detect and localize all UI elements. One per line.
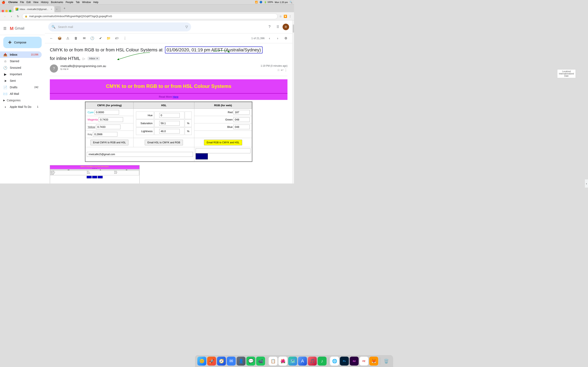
more-actions-button[interactable]: ⋮ (122, 35, 128, 42)
reload-button[interactable]: ↻ (16, 14, 20, 19)
more-options-button[interactable]: ⋮ (284, 68, 287, 72)
search-bar[interactable]: 🔍 Search mail ▽ (48, 22, 191, 31)
sidebar-item-sent[interactable]: ➤ Sent (0, 77, 42, 84)
email-buttons-row: Email CMYK to RGB and HSL Email HSL to C… (86, 138, 252, 147)
email-content: CMYK to or from RGB to or from HSL Colou… (45, 43, 292, 184)
saturation-input[interactable] (159, 121, 180, 125)
user-avatar[interactable]: R (283, 24, 289, 30)
menubar-app-name[interactable]: Chrome (8, 1, 17, 4)
email-scrollbar[interactable] (292, 20, 294, 184)
search-filter-icon[interactable]: ▽ (185, 25, 188, 29)
sidebar-item-snoozed[interactable]: 🕐 Snoozed (0, 64, 42, 71)
menubar-search[interactable]: 🔍 (290, 1, 292, 3)
hue-label: Hue (148, 114, 153, 117)
green-input[interactable] (233, 117, 250, 122)
gmail-sidebar-header: ☰ M Gmail (0, 22, 45, 35)
move-to-button[interactable]: 📁 (105, 35, 112, 42)
account-icon[interactable]: 🔽 (284, 15, 287, 18)
read-more-link[interactable]: Here (173, 95, 178, 98)
add-to-tasks-button[interactable]: ✔ (97, 35, 104, 42)
email-address-input[interactable] (87, 152, 193, 157)
menubar-help[interactable]: Help (93, 1, 98, 4)
red-input[interactable] (233, 110, 250, 115)
menubar-people[interactable]: People (66, 1, 73, 4)
mark-unread-button[interactable]: ✉ (81, 35, 87, 42)
inbox-tag[interactable]: Inbox ✕ (87, 57, 100, 60)
sidebar-item-inbox[interactable]: 📥 Inbox 10,096 (0, 51, 42, 58)
recipient-dropdown[interactable]: ▾ (67, 68, 68, 71)
read-more-bar: Read More Here (50, 93, 287, 100)
reply-button[interactable]: ↩ (281, 68, 283, 72)
tab-title-active: Inbox - rmetcalfe15@gmail... (20, 8, 49, 10)
back-to-inbox-button[interactable]: ← (48, 35, 55, 42)
menubar-window[interactable]: Window (82, 1, 91, 4)
menubar-bookmarks[interactable]: Bookmarks (51, 1, 63, 4)
drafts-label: Drafts (10, 86, 32, 89)
apple-menu[interactable]: 🍎 (2, 1, 5, 4)
important-icon: ▶ (3, 72, 7, 76)
menubar-file[interactable]: File (20, 1, 24, 4)
categories-section[interactable]: ▶ Categories (0, 97, 45, 104)
compose-button[interactable]: ✚ Compose (3, 37, 42, 48)
search-input[interactable]: Search mail (58, 25, 183, 29)
sender-to[interactable]: to me ▾ (61, 68, 261, 71)
forward-button[interactable]: › (9, 14, 14, 19)
hue-input[interactable] (159, 113, 180, 118)
snooze-button[interactable]: 🕐 (89, 35, 95, 42)
categories-chevron: ▶ (3, 99, 5, 102)
blue-input[interactable] (233, 125, 250, 129)
address-bar[interactable]: 🔒 mail.google.com/mail/u/0/#inbox/FMfcgx… (22, 13, 278, 19)
lightness-input[interactable] (159, 129, 180, 133)
gmail-logo: M Gmail (10, 26, 24, 31)
tab-close-2[interactable]: ✕ (56, 8, 58, 10)
archive-button[interactable]: 📦 (56, 35, 63, 42)
menubar-edit[interactable]: Edit (26, 1, 31, 4)
older-email-button[interactable]: ‹ (266, 35, 273, 42)
browser-tab-active[interactable]: Inbox - rmetcalfe15@gmail... ✕ (13, 6, 54, 12)
menubar-view[interactable]: View (33, 1, 38, 4)
email-subject-input[interactable] (196, 149, 251, 153)
newer-email-button[interactable]: › (274, 35, 281, 42)
maximize-button[interactable] (9, 10, 11, 12)
help-icon[interactable]: ? (266, 24, 273, 30)
close-button[interactable] (2, 10, 4, 12)
email-hsl-button[interactable]: Email HSL to CMYK and RGB (145, 140, 183, 145)
sidebar-item-apple-mail-todo[interactable]: ● Apple Mail To Do 1 (0, 104, 42, 110)
key-input[interactable] (93, 132, 117, 137)
magenta-input[interactable] (99, 117, 123, 122)
yellow-label: Yellow (87, 125, 95, 128)
star-email-button[interactable]: ☆ (277, 68, 280, 72)
tab-close-button[interactable]: ✕ (51, 8, 52, 10)
bookmark-icon[interactable]: ☆ (279, 15, 282, 18)
email-toolbar: ← 📦 ⚠ 🗑 ✉ 🕐 ✔ 📁 🏷 ⋮ 1 of 21,396 ‹ › ⚙ (45, 33, 292, 43)
delete-button[interactable]: 🗑 (73, 35, 79, 42)
email-cmyk-button[interactable]: Email CMYK to RGB and HSL (90, 140, 129, 145)
menubar-tab[interactable]: Tab (76, 1, 80, 4)
drafts-icon: 📄 (3, 85, 7, 89)
inbox-tag-remove[interactable]: ✕ (96, 57, 98, 60)
cyan-input[interactable] (95, 110, 119, 115)
browser-tab-2[interactable]: ✕ (55, 6, 61, 12)
sidebar-item-drafts[interactable]: 📄 Drafts 242 (0, 84, 42, 91)
menubar-history[interactable]: History (41, 1, 48, 4)
converter-container: CMYK (for printing) HSL RGB (for web) Cy… (85, 101, 252, 162)
email-settings-button[interactable]: ⚙ (283, 35, 289, 42)
email-body: CMYK to or from RGB to or from HSL Colou… (50, 79, 287, 164)
yellow-input[interactable] (96, 125, 121, 129)
hamburger-menu[interactable]: ☰ (3, 26, 7, 31)
window-controls (2, 10, 11, 12)
menubar: 🍎 Chrome File Edit View History Bookmark… (0, 0, 294, 4)
new-tab-button[interactable]: + (62, 6, 67, 11)
sidebar-item-allmail[interactable]: ✉️ All Mail (0, 91, 42, 97)
back-button[interactable]: ‹ (2, 14, 7, 19)
spam-button[interactable]: ⚠ (65, 35, 71, 42)
inbox-count: 10,096 (31, 53, 38, 56)
minimize-button[interactable] (5, 10, 8, 12)
email-rgb-button[interactable]: Email RGB to CMYK and HSL (204, 140, 242, 145)
sidebar-item-starred[interactable]: ☆ Starred (0, 58, 42, 64)
topbar-icons: ? ⠿ R (266, 24, 289, 30)
label-button[interactable]: 🏷 (113, 35, 120, 42)
more-icon[interactable]: ⋮ (289, 15, 292, 18)
sidebar-item-important[interactable]: ▶ Important (0, 71, 42, 77)
apps-icon[interactable]: ⠿ (274, 24, 281, 30)
